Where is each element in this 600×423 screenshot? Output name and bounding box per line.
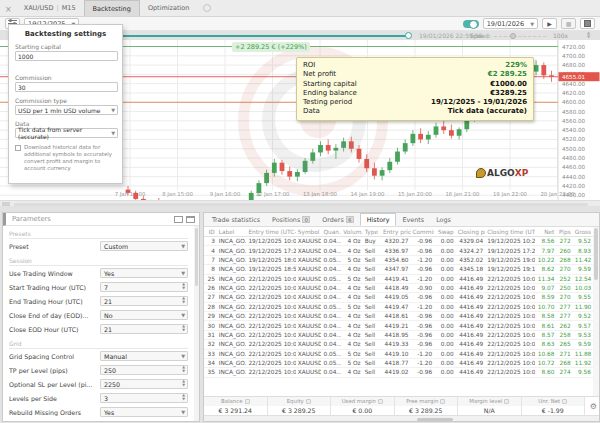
scroll-left-button[interactable] xyxy=(2,202,10,206)
column-header[interactable]: Label xyxy=(217,227,247,237)
column-header[interactable]: Type xyxy=(363,227,381,237)
trades-hscroll-thumb[interactable] xyxy=(417,418,453,421)
column-header[interactable]: Entry time (UTC+... xyxy=(246,227,295,237)
table-cell: 5 Oz xyxy=(341,274,362,283)
play-button[interactable]: ▶ xyxy=(542,18,557,29)
end-date-select[interactable]: 19/01/2026 ▼ xyxy=(483,18,538,29)
expand-panel-icon[interactable] xyxy=(186,216,195,223)
table-cell: 4418.95 xyxy=(381,330,411,339)
parameter-number-input[interactable]: 21▲▼ xyxy=(100,296,188,306)
parameter-select[interactable]: Manual▼ xyxy=(100,351,188,361)
speed-stepper[interactable]: ▲▼ xyxy=(587,31,590,39)
trades-tab-history[interactable]: History xyxy=(360,213,397,226)
column-header[interactable]: Volum... xyxy=(341,227,362,237)
table-cell: 277 xyxy=(556,312,572,321)
chevron-down-icon[interactable]: ▼ xyxy=(181,353,187,359)
parameter-select[interactable]: No▼ xyxy=(100,310,188,320)
commission-input[interactable]: 30 xyxy=(15,82,118,92)
column-header[interactable]: Closing pri... xyxy=(456,227,486,237)
trades-vscrollbar[interactable] xyxy=(593,227,599,399)
table-row[interactable]: 26INCA_GO...22/12/2025 10:03XAUUSD0.04..… xyxy=(204,283,593,292)
column-header[interactable]: Commis... xyxy=(411,227,435,237)
column-header[interactable]: Net xyxy=(535,227,557,237)
visual-mode-toggle[interactable] xyxy=(463,20,479,28)
parameter-number-input[interactable]: 7▲▼ xyxy=(100,282,188,292)
save-report-button[interactable] xyxy=(580,18,595,29)
tab-symbol-timeframe[interactable]: XAU/USD | M15 xyxy=(16,0,84,16)
commission-type-select[interactable]: USD per 1 mln USD volume ▼ xyxy=(15,105,118,115)
column-header[interactable]: Quan... xyxy=(321,227,341,237)
table-row[interactable]: 3INCA_GO...19/12/2025 10:08XAUUSD0.04...… xyxy=(204,237,593,246)
tab-count-badge: 0 xyxy=(302,216,310,223)
starting-capital-input[interactable]: 1000 xyxy=(15,51,118,61)
download-history-checkbox[interactable] xyxy=(15,145,21,151)
table-cell: 4 Oz xyxy=(341,312,362,321)
stepper-icon[interactable]: ▲▼ xyxy=(182,366,187,373)
table-cell: 0.04... xyxy=(321,340,341,349)
table-row[interactable]: 7INCA_GO...19/12/2025 18:01XAUUSD0.05...… xyxy=(204,255,593,264)
table-row[interactable]: 31INCA_GO...22/12/2025 10:03XAUUSD0.04..… xyxy=(204,330,593,339)
stepper-icon[interactable]: ▲▼ xyxy=(182,297,187,304)
table-row[interactable]: 33INCA_GO...22/12/2025 10:03XAUUSD0.05..… xyxy=(204,349,593,358)
table-cell: 9.59 xyxy=(573,265,593,274)
table-row[interactable]: 30INCA_GO...22/12/2025 10:03XAUUSD0.04..… xyxy=(204,321,593,330)
chevron-down-icon[interactable]: ▼ xyxy=(181,409,187,415)
parameter-number-input[interactable]: 250▲▼ xyxy=(100,365,188,375)
column-header[interactable]: ID xyxy=(204,227,217,237)
chevron-down-icon[interactable]: ▼ xyxy=(181,312,187,318)
column-header[interactable]: Gross xyxy=(573,227,593,237)
table-row[interactable]: 28INCA_GO...22/12/2025 10:03XAUUSD0.05..… xyxy=(204,302,593,311)
parameters-scroll-thumb[interactable] xyxy=(195,228,198,286)
column-header[interactable]: Pips xyxy=(556,227,572,237)
table-row[interactable]: 34INCA_GO...22/12/2025 10:03XAUUSD0.05..… xyxy=(204,358,593,367)
column-header[interactable]: Entry price xyxy=(381,227,411,237)
speed-slider[interactable] xyxy=(494,36,546,37)
trades-tab-trade-statistics[interactable]: Trade statistics xyxy=(206,213,266,226)
parameter-select[interactable]: Yes▼ xyxy=(100,407,188,417)
tab-backtesting[interactable]: Backtesting xyxy=(84,0,140,16)
parameter-select[interactable]: Yes▼ xyxy=(100,268,188,278)
parameter-number-input[interactable]: 21▲▼ xyxy=(100,324,188,334)
trades-tab-logs[interactable]: Logs xyxy=(430,213,457,226)
parameter-number-input[interactable]: 3▲▼ xyxy=(100,393,188,403)
gear-icon[interactable]: ⚙ xyxy=(590,402,597,411)
stepper-icon[interactable]: ▲▼ xyxy=(182,394,187,401)
parameters-scrollbar[interactable] xyxy=(194,226,199,421)
chart-hscrollbar[interactable] xyxy=(0,200,600,206)
parameter-number-input[interactable]: 2250▲▼ xyxy=(100,379,188,389)
stop-button[interactable]: ■ xyxy=(561,18,576,29)
stepper-icon[interactable]: ▲▼ xyxy=(182,380,187,387)
column-header[interactable]: Symbol xyxy=(296,227,322,237)
stepper-icon[interactable]: ▲▼ xyxy=(182,325,187,332)
table-row[interactable]: 35INCA_GO...22/12/2025 10:03XAUUSD0.04..… xyxy=(204,368,593,377)
trades-hscrollbar[interactable] xyxy=(204,415,599,421)
table-row[interactable]: 27INCA_GO...22/12/2025 10:03XAUUSD0.04..… xyxy=(204,293,593,302)
chart-hscroll-thumb[interactable] xyxy=(14,203,588,206)
parameters-header[interactable]: Parameters xyxy=(3,213,199,226)
table-cell: -0.96 xyxy=(411,246,435,255)
table-cell: 4419.47 xyxy=(381,302,411,311)
trades-tab-events[interactable]: Events xyxy=(396,213,430,226)
tab-separator: | xyxy=(56,4,58,12)
trades-tab-orders[interactable]: Orders6 xyxy=(316,213,360,226)
chevron-down-icon[interactable]: ▼ xyxy=(181,270,187,276)
trades-vscroll-thumb[interactable] xyxy=(594,228,598,280)
column-header[interactable]: Closing time (UT... xyxy=(485,227,534,237)
table-row[interactable]: 25INCA_GO...22/12/2025 10:03XAUUSD0.05..… xyxy=(204,274,593,283)
stepper-icon[interactable]: ▲▼ xyxy=(182,283,187,290)
table-row[interactable]: 4INCA_GO...19/12/2025 17:28XAUUSD0.04...… xyxy=(204,246,593,255)
data-source-select[interactable]: Tick data from server (accurate) ▼ xyxy=(15,128,118,138)
collapse-panel-icon[interactable] xyxy=(174,216,183,223)
parameter-select[interactable]: Custom▼ xyxy=(100,241,188,251)
column-header[interactable]: Swap xyxy=(434,227,455,237)
trades-tab-positions[interactable]: Positions0 xyxy=(266,213,316,226)
table-cell: 22/12/2025 10:03 xyxy=(246,330,295,339)
table-row[interactable]: 29INCA_GO...22/12/2025 10:03XAUUSD0.04..… xyxy=(204,312,593,321)
speed-slider-knob[interactable] xyxy=(510,33,516,39)
tab-optimization[interactable]: Optimization xyxy=(140,0,198,16)
table-row[interactable]: 32INCA_GO...22/12/2025 10:03XAUUSD0.04..… xyxy=(204,340,593,349)
chevron-down-icon[interactable]: ▼ xyxy=(181,243,187,249)
table-row[interactable]: 8INCA_GO...19/12/2025 18:58XAUUSD0.04...… xyxy=(204,265,593,274)
close-icon[interactable]: × xyxy=(0,5,16,16)
progress-handle[interactable] xyxy=(405,32,412,39)
